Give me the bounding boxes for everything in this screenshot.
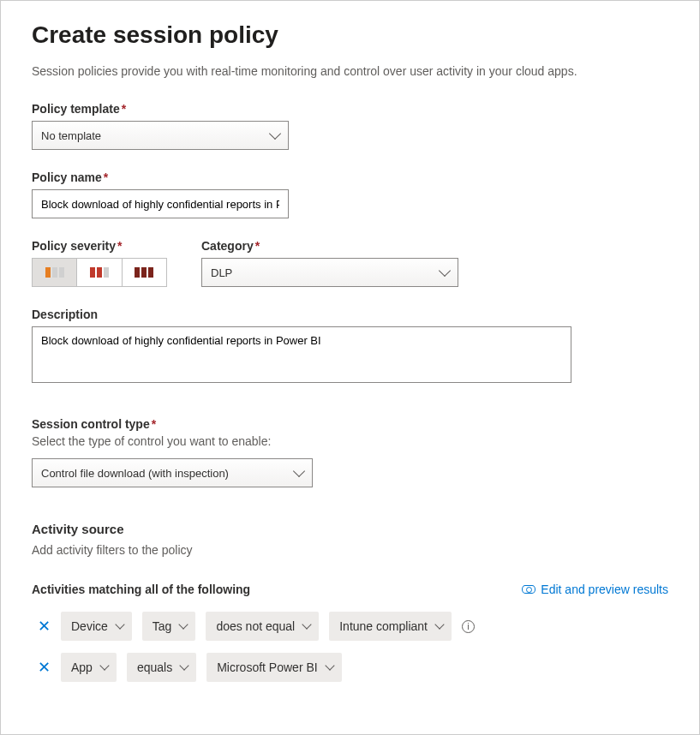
chevron-down-icon	[179, 619, 188, 629]
required-marker: *	[255, 239, 260, 253]
policy-severity-field: Policy severity*	[32, 239, 167, 287]
filter-chip-value[interactable]: Intune compliant	[329, 612, 452, 641]
chevron-down-icon	[439, 265, 451, 277]
policy-template-select[interactable]: No template	[32, 121, 289, 150]
filter-row: ✕ Device Tag does not equal Intune compl…	[37, 612, 668, 641]
remove-filter-icon[interactable]: ✕	[37, 619, 51, 633]
filter-row: ✕ App equals Microsoft Power BI	[37, 653, 668, 682]
page-subtitle: Session policies provide you with real-t…	[32, 64, 668, 78]
chevron-down-icon	[302, 619, 312, 629]
policy-severity-label: Policy severity*	[32, 239, 167, 253]
edit-preview-link[interactable]: Edit and preview results	[522, 583, 668, 596]
policy-name-input[interactable]	[32, 189, 289, 218]
page-title: Create session policy	[32, 21, 668, 49]
policy-template-value: No template	[41, 129, 101, 142]
category-field: Category* DLP	[201, 239, 458, 287]
required-marker: *	[122, 102, 126, 116]
chevron-down-icon	[269, 128, 281, 140]
chevron-down-icon	[325, 660, 334, 670]
activity-source-helper: Add activity filters to the policy	[32, 543, 668, 557]
filter-chip-operator[interactable]: equals	[127, 653, 196, 682]
filter-chip-value[interactable]: Microsoft Power BI	[206, 653, 341, 682]
activity-source-title: Activity source	[32, 522, 668, 536]
chevron-down-icon	[115, 619, 124, 629]
session-control-value: Control file download (with inspection)	[41, 467, 229, 480]
severity-category-row: Policy severity* Category* DLP	[32, 239, 668, 287]
severity-high[interactable]	[123, 259, 166, 286]
policy-template-label: Policy template*	[32, 102, 668, 116]
info-icon[interactable]: i	[462, 620, 475, 633]
required-marker: *	[104, 170, 108, 184]
description-field: Description Block download of highly con…	[32, 308, 668, 383]
required-marker: *	[117, 239, 122, 253]
edit-preview-label: Edit and preview results	[541, 583, 668, 596]
policy-template-field: Policy template* No template	[32, 102, 668, 150]
policy-name-field: Policy name*	[32, 170, 668, 218]
activities-matching-heading: Activities matching all of the following	[32, 583, 250, 596]
policy-name-label: Policy name*	[32, 170, 668, 184]
session-control-helper: Select the type of control you want to e…	[32, 434, 668, 448]
remove-filter-icon[interactable]: ✕	[37, 660, 51, 674]
filter-chip-device[interactable]: Device	[61, 612, 132, 641]
activities-heading-row: Activities matching all of the following…	[32, 583, 668, 596]
filter-chip-app[interactable]: App	[61, 653, 117, 682]
severity-toggle-group	[32, 258, 167, 287]
session-control-label: Session control type*	[32, 417, 668, 431]
chevron-down-icon	[293, 465, 305, 477]
required-marker: *	[152, 417, 156, 431]
category-value: DLP	[211, 266, 232, 279]
description-textarea[interactable]: Block download of highly confidential re…	[32, 326, 571, 383]
category-label: Category*	[201, 239, 458, 253]
filter-chip-operator[interactable]: does not equal	[206, 612, 319, 641]
severity-low[interactable]	[33, 259, 77, 286]
create-session-policy-page: Create session policy Session policies p…	[0, 0, 700, 735]
category-select[interactable]: DLP	[201, 258, 458, 287]
filter-chip-tag[interactable]: Tag	[142, 612, 196, 641]
chevron-down-icon	[99, 660, 109, 670]
chevron-down-icon	[434, 619, 444, 629]
session-control-select[interactable]: Control file download (with inspection)	[32, 458, 313, 487]
description-label: Description	[32, 308, 668, 321]
session-control-field: Session control type* Select the type of…	[32, 417, 668, 487]
eye-icon	[522, 585, 535, 594]
chevron-down-icon	[180, 660, 189, 670]
severity-medium[interactable]	[77, 259, 122, 286]
